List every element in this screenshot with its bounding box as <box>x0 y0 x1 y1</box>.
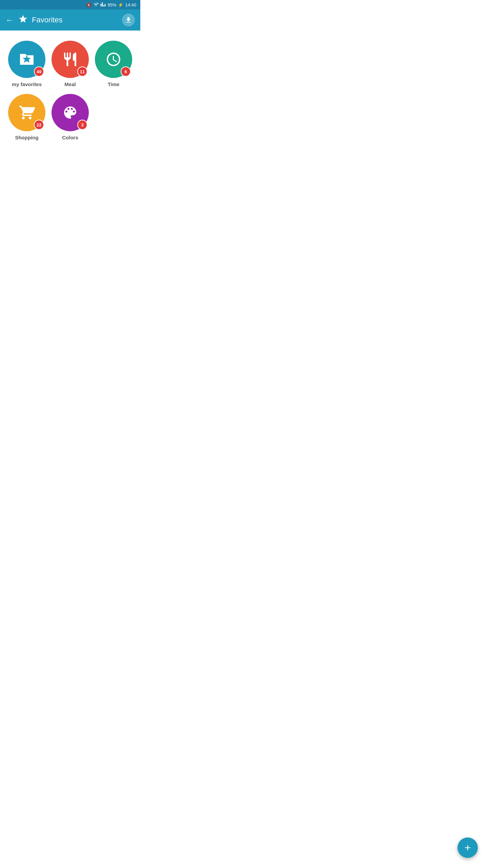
my-favorites-circle-container: 49 <box>8 41 45 78</box>
time-label: Time <box>108 81 120 87</box>
category-item-time[interactable]: 6 Time <box>94 41 134 87</box>
my-favorites-label: my favorites <box>12 81 42 87</box>
folder-star-icon <box>19 51 35 67</box>
empty-cell <box>94 94 134 140</box>
colors-badge: 3 <box>77 120 87 130</box>
status-bar: 🔇 95% ⚡ 14:40 <box>0 0 140 9</box>
battery-icon: ⚡ <box>118 2 123 7</box>
clock-icon <box>105 51 122 67</box>
category-grid-row2: 22 Shopping 3 Colors <box>7 94 134 140</box>
meal-label: Meal <box>64 81 76 87</box>
category-item-meal[interactable]: 11 Meal <box>50 41 90 87</box>
wifi-icon <box>93 2 99 8</box>
shopping-badge: 22 <box>34 120 44 130</box>
mute-icon: 🔇 <box>86 2 92 7</box>
colors-label: Colors <box>62 135 78 140</box>
meal-circle-container: 11 <box>52 41 89 78</box>
download-button[interactable] <box>122 14 135 26</box>
time-circle-container: 6 <box>95 41 132 78</box>
palette-icon <box>62 104 78 121</box>
meal-badge: 11 <box>77 66 87 77</box>
my-favorites-badge: 49 <box>34 66 44 77</box>
shopping-label: Shopping <box>15 135 38 140</box>
main-content: 49 my favorites 11 Meal <box>0 31 140 147</box>
app-bar-title: Favorites <box>18 14 62 26</box>
app-bar-left: ← Favorites <box>5 14 62 26</box>
download-icon <box>125 16 132 24</box>
category-item-shopping[interactable]: 22 Shopping <box>7 94 47 140</box>
battery-text: 95% <box>107 2 116 7</box>
favorites-star-icon <box>18 14 28 26</box>
status-icons: 🔇 95% ⚡ 14:40 <box>86 2 136 8</box>
time-badge: 6 <box>121 66 131 77</box>
category-grid-row1: 49 my favorites 11 Meal <box>7 41 134 87</box>
category-item-colors[interactable]: 3 Colors <box>50 94 90 140</box>
shopping-circle-container: 22 <box>8 94 45 131</box>
app-bar: ← Favorites <box>0 9 140 31</box>
cart-icon <box>19 104 35 121</box>
category-item-my-favorites[interactable]: 49 my favorites <box>7 41 47 87</box>
cutlery-icon <box>62 51 78 67</box>
signal-icon <box>100 2 106 8</box>
back-button[interactable]: ← <box>5 15 14 25</box>
time-text: 14:40 <box>125 2 136 7</box>
colors-circle-container: 3 <box>52 94 89 131</box>
